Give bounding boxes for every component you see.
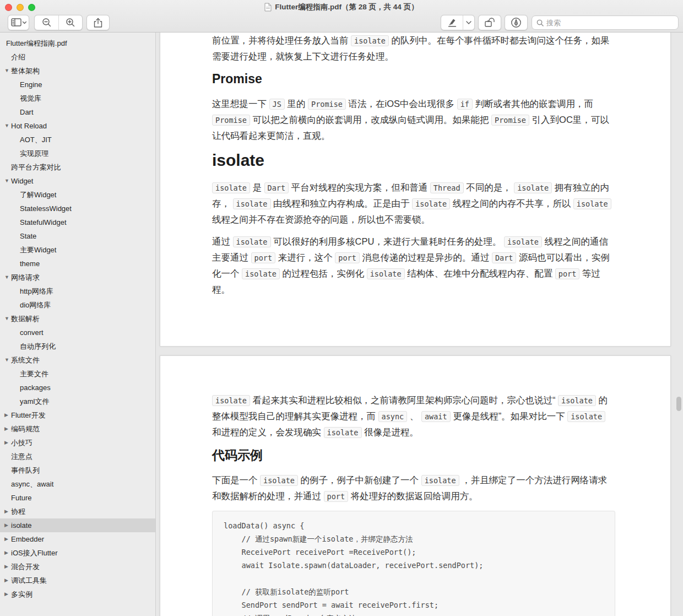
rotate-left-button[interactable] xyxy=(478,15,501,30)
pdf-page-2-content: isolate 看起来其实和进程比较相似，之前请教阿里架构师宗心问题时，宗心也说… xyxy=(160,356,670,616)
rotate-left-icon xyxy=(484,18,495,28)
sidebar-item[interactable]: StatefulWidget xyxy=(0,215,155,229)
toolbar xyxy=(0,15,683,30)
sidebar-item-selected[interactable]: ▶isolate xyxy=(0,518,155,532)
sidebar-item[interactable]: 介绍 xyxy=(0,50,155,64)
disclosure-collapsed-icon[interactable]: ▶ xyxy=(4,422,8,436)
markup-button[interactable] xyxy=(505,15,528,30)
disclosure-collapsed-icon[interactable]: ▶ xyxy=(4,587,8,601)
sidebar-item[interactable]: ▼Widget xyxy=(0,174,155,188)
sidebar-item-label: yaml文件 xyxy=(0,395,49,408)
inline-code: isolate xyxy=(212,182,250,193)
sidebar-item[interactable]: StatelessWidget xyxy=(0,202,155,215)
inline-code: isolate xyxy=(412,198,450,209)
sidebar-item[interactable]: 事件队列 xyxy=(0,463,155,477)
sidebar-item-label: AOT、JIT xyxy=(0,133,52,147)
sidebar-item[interactable]: ▶编码规范 xyxy=(0,422,155,436)
disclosure-collapsed-icon[interactable]: ▶ xyxy=(4,560,8,574)
inline-code: isolate xyxy=(324,427,362,438)
sidebar-item[interactable]: Dart xyxy=(0,105,155,119)
inline-code: isolate xyxy=(514,182,552,193)
disclosure-collapsed-icon[interactable]: ▶ xyxy=(4,408,8,422)
highlight-dropdown-button[interactable] xyxy=(463,15,474,30)
disclosure-expanded-icon[interactable]: ▼ xyxy=(4,312,9,326)
disclosure-expanded-icon[interactable]: ▼ xyxy=(4,119,9,133)
sidebar-item[interactable]: 了解Widget xyxy=(0,188,155,202)
vertical-scrollbar-thumb[interactable] xyxy=(676,397,681,411)
disclosure-expanded-icon[interactable]: ▼ xyxy=(4,64,9,78)
disclosure-expanded-icon[interactable]: ▼ xyxy=(4,174,9,188)
inline-code: isolate xyxy=(242,268,280,279)
inline-code: port xyxy=(335,252,360,263)
sidebar-item[interactable]: dio网络库 xyxy=(0,298,155,312)
sidebar-item[interactable]: AOT、JIT xyxy=(0,133,155,147)
sidebar-item[interactable]: 主要Widget xyxy=(0,243,155,257)
disclosure-collapsed-icon[interactable]: ▶ xyxy=(4,505,8,518)
sidebar-item[interactable]: http网络库 xyxy=(0,284,155,298)
search-input[interactable] xyxy=(546,19,674,27)
sidebar-item[interactable]: 主要文件 xyxy=(0,367,155,381)
sidebar-item[interactable]: ▼Hot Reload xyxy=(0,119,155,133)
disclosure-expanded-icon[interactable]: ▼ xyxy=(4,353,9,367)
disclosure-collapsed-icon[interactable]: ▶ xyxy=(4,518,8,532)
inline-code: if xyxy=(457,99,473,110)
sidebar-toggle-icon xyxy=(11,18,26,27)
sidebar-item[interactable]: Engine xyxy=(0,78,155,91)
sidebar-item-label: 主要Widget xyxy=(0,243,56,257)
sidebar-item[interactable]: ▶小技巧 xyxy=(0,436,155,450)
highlight-button[interactable] xyxy=(441,15,463,30)
inline-code: JS xyxy=(269,99,285,110)
disclosure-collapsed-icon[interactable]: ▶ xyxy=(4,532,8,546)
sidebar-item[interactable]: theme xyxy=(0,257,155,271)
sidebar-item[interactable]: 自动序列化 xyxy=(0,339,155,353)
search-field[interactable] xyxy=(532,15,679,30)
sidebar-item-label: State xyxy=(0,229,36,243)
zoom-out-button[interactable] xyxy=(35,15,58,30)
sidebar-item[interactable]: ▶多实例 xyxy=(0,587,155,601)
sidebar-item[interactable]: Future xyxy=(0,491,155,505)
share-button[interactable] xyxy=(86,15,110,30)
sidebar-item[interactable]: 跨平台方案对比 xyxy=(0,160,155,174)
sidebar-item[interactable]: packages xyxy=(0,381,155,395)
sidebar-item[interactable]: ▶iOS接入Flutter xyxy=(0,546,155,560)
sidebar-item[interactable]: Flutter编程指南.pdf xyxy=(0,36,155,50)
inline-code: async xyxy=(378,411,408,422)
sidebar-item[interactable]: convert xyxy=(0,326,155,339)
sidebar-item[interactable]: ▶Embedder xyxy=(0,532,155,546)
disclosure-collapsed-icon[interactable]: ▶ xyxy=(4,546,8,560)
inline-code: await xyxy=(421,411,451,422)
inline-code: Promise xyxy=(308,99,346,110)
sidebar-item[interactable]: ▼整体架构 xyxy=(0,64,155,78)
sidebar-item[interactable]: ▼系统文件 xyxy=(0,353,155,367)
sidebar-item[interactable]: 注意点 xyxy=(0,450,155,463)
inline-code: Dart xyxy=(492,252,517,263)
inline-code: Dart xyxy=(264,182,289,193)
paragraph: isolate 是 Dart 平台对线程的实现方案，但和普通 Thread 不同… xyxy=(212,180,615,227)
disclosure-expanded-icon[interactable]: ▼ xyxy=(4,271,9,284)
content-area: 前位置，并将待处理任务放入当前 isolate 的队列中。在每个事件循环时都去询… xyxy=(156,33,683,616)
section-heading: 代码示例 xyxy=(212,447,615,463)
inline-code: Promise xyxy=(212,115,250,126)
chevron-down-icon xyxy=(466,21,471,24)
sidebar-item[interactable]: ▼数据解析 xyxy=(0,312,155,326)
sidebar-item[interactable]: ▶调试工具集 xyxy=(0,574,155,587)
sidebar-item[interactable]: async、await xyxy=(0,477,155,491)
inline-code: isolate xyxy=(567,411,605,422)
sidebar-item-label: StatelessWidget xyxy=(0,202,72,215)
sidebar-item-label: 注意点 xyxy=(0,450,32,463)
sidebar-item-label: StatefulWidget xyxy=(0,215,67,229)
zoom-in-button[interactable] xyxy=(58,15,82,30)
sidebar-item[interactable]: ▼网络请求 xyxy=(0,271,155,284)
disclosure-collapsed-icon[interactable]: ▶ xyxy=(4,436,8,450)
sidebar-item[interactable]: ▶混合开发 xyxy=(0,560,155,574)
sidebar-item[interactable]: ▶协程 xyxy=(0,505,155,518)
sidebar-item[interactable]: 视觉库 xyxy=(0,91,155,105)
sidebar-item[interactable]: yaml文件 xyxy=(0,395,155,408)
sidebar-item[interactable]: 实现原理 xyxy=(0,147,155,160)
sidebar-item[interactable]: State xyxy=(0,229,155,243)
sidebar-item[interactable]: ▶Flutter开发 xyxy=(0,408,155,422)
sidebar-toggle-button[interactable] xyxy=(8,15,29,30)
inline-code: port xyxy=(251,252,276,263)
disclosure-collapsed-icon[interactable]: ▶ xyxy=(4,574,8,587)
sidebar-item-label: 实现原理 xyxy=(0,147,48,160)
